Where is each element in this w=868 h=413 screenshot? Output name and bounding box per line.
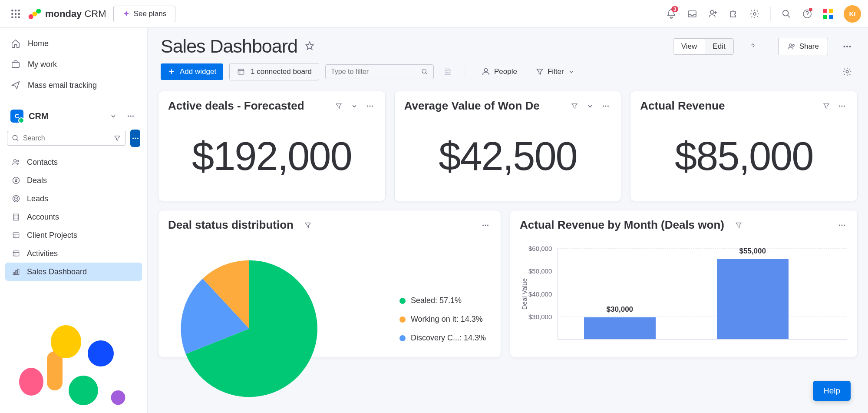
card-title[interactable]: Active deals - Forecasted (168, 99, 304, 113)
add-widget-button[interactable]: Add widget (161, 63, 223, 80)
view-toggle-button[interactable]: View (673, 39, 705, 54)
bar-card-revenue-by-month[interactable]: Actual Revenue by Month (Deals won) Deal… (510, 210, 858, 357)
svg-point-62 (844, 105, 845, 107)
card-more-button[interactable] (480, 220, 491, 231)
legend-label: Working on it: 14.3% (411, 315, 483, 324)
card-more-button[interactable] (600, 100, 611, 112)
card-filter-button[interactable] (302, 220, 314, 231)
help-center-button[interactable] (799, 5, 816, 23)
nav-home[interactable]: Home (5, 33, 142, 54)
chevron-down-icon (110, 113, 117, 120)
card-filter-button[interactable] (733, 220, 744, 231)
card-title[interactable]: Deal status distribution (168, 218, 294, 232)
sidebar-search-box[interactable] (7, 131, 126, 146)
product-switcher-button[interactable] (819, 5, 837, 23)
svg-point-30 (17, 160, 19, 162)
svg-point-43 (69, 376, 98, 405)
svg-point-51 (422, 69, 426, 73)
kpi-card-avg-value[interactable]: Average Value of Won De $42,500 (394, 91, 622, 201)
kpi-card-actual-revenue[interactable]: Actual Revenue $85,000 (630, 91, 858, 201)
sidebar-item-client-projects[interactable]: Client Projects (5, 226, 142, 244)
inbox-button[interactable] (683, 5, 701, 23)
funnel-icon (335, 102, 343, 110)
dashboard-help-button[interactable] (745, 39, 761, 54)
svg-rect-18 (829, 9, 833, 13)
card-filter-button[interactable] (569, 100, 580, 112)
sidebar-item-deals[interactable]: Deals (5, 171, 142, 190)
share-button[interactable]: Share (778, 38, 828, 55)
apps-marketplace-button[interactable] (725, 5, 743, 23)
chevron-down-icon (351, 103, 358, 110)
star-icon (304, 40, 315, 51)
see-plans-button[interactable]: See plans (113, 6, 176, 22)
workspace-chevron-button[interactable] (107, 110, 119, 122)
notifications-button[interactable]: 3 (663, 5, 680, 23)
favorite-button[interactable] (304, 40, 317, 53)
help-fab-button[interactable]: Help (813, 381, 851, 401)
y-tick: $40,000 (528, 290, 552, 297)
edit-toggle-button[interactable]: Edit (705, 39, 733, 54)
card-expand-button[interactable] (584, 100, 596, 112)
svg-point-11 (36, 9, 41, 13)
type-to-filter-box[interactable] (325, 64, 434, 79)
card-more-button[interactable] (364, 100, 376, 112)
connected-board-button[interactable]: 1 connected board (229, 63, 319, 80)
pie-card-deal-status[interactable]: Deal status distribution (158, 210, 501, 357)
card-header: Active deals - Forecasted (158, 91, 385, 120)
y-tick: $60,000 (528, 245, 552, 252)
sidebar-item-contacts[interactable]: Contacts (5, 153, 142, 171)
page-title[interactable]: Sales Dashboard (161, 36, 297, 57)
card-more-button[interactable] (836, 100, 848, 112)
top-icons: 3 KI (663, 5, 861, 23)
sidebar-item-leads[interactable]: Leads (5, 190, 142, 208)
svg-point-8 (18, 16, 20, 18)
workspace-options-button[interactable] (125, 110, 137, 122)
sidebar-item-sales-dashboard[interactable]: Sales Dashboard (5, 263, 142, 281)
legend-label: Discovery C...: 14.3% (411, 333, 486, 343)
nav-my-work[interactable]: My work (5, 54, 142, 75)
dots-icon (127, 112, 135, 120)
chart-icon (11, 267, 21, 276)
filter-button[interactable]: Filter (529, 63, 581, 80)
sidebar-item-activities[interactable]: Activities (5, 244, 142, 263)
sidebar-search-input[interactable] (23, 134, 110, 142)
bar-plot: $60,000 $50,000 $40,000 $30,000 $30,000 (531, 248, 847, 340)
type-to-filter-input[interactable] (331, 68, 418, 76)
svg-point-28 (137, 137, 138, 139)
svg-point-22 (128, 115, 129, 117)
bar-label: $55,000 (739, 247, 766, 256)
avatar[interactable]: KI (844, 5, 861, 23)
add-widget-label: Add widget (180, 67, 216, 76)
kpi-card-active-deals[interactable]: Active deals - Forecasted $192,000 (158, 91, 386, 201)
svg-point-3 (11, 13, 13, 14)
y-tick: $30,000 (528, 313, 552, 320)
funnel-icon (735, 221, 743, 229)
card-filter-button[interactable] (333, 100, 344, 112)
card-expand-button[interactable] (349, 100, 360, 112)
card-title[interactable]: Actual Revenue (640, 99, 725, 113)
target-icon (11, 194, 21, 203)
card-title[interactable]: Actual Revenue by Month (Deals won) (520, 218, 724, 232)
app-switcher-button[interactable] (7, 5, 24, 23)
card-more-button[interactable] (836, 220, 848, 231)
admin-settings-button[interactable] (746, 5, 763, 23)
svg-point-63 (482, 224, 484, 226)
people-filter-button[interactable]: People (475, 63, 523, 80)
dashboard-body[interactable]: Active deals - Forecasted $192,000 Avera… (148, 85, 868, 413)
svg-point-29 (14, 160, 17, 162)
legend-dot (399, 298, 406, 304)
workspace-badge[interactable]: C (10, 110, 23, 123)
kpi-body: $192,000 (158, 120, 385, 201)
card-filter-button[interactable] (821, 100, 832, 112)
search-everything-button[interactable] (778, 5, 795, 23)
sidebar-item-accounts[interactable]: Accounts (5, 208, 142, 226)
dots-icon (366, 102, 374, 110)
workspace-name[interactable]: CRM (29, 111, 102, 121)
dashboard-more-button[interactable] (839, 39, 855, 54)
dashboard-settings-button[interactable] (839, 64, 855, 80)
card-title[interactable]: Average Value of Won De (404, 99, 540, 113)
filter-icon[interactable] (113, 134, 121, 142)
nav-mass-email[interactable]: Mass email tracking (5, 75, 142, 96)
sidebar-options-button[interactable] (130, 130, 140, 147)
invite-button[interactable] (704, 5, 722, 23)
